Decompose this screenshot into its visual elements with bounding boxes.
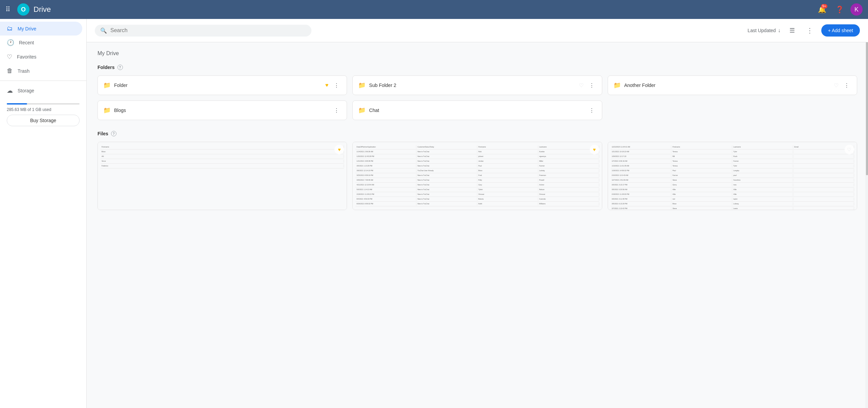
file-card-1[interactable]: Firstname Brian Alli Vince Federico ♥ — [97, 142, 347, 210]
grid-menu-icon[interactable]: ⠿ — [5, 5, 10, 14]
files-label: Files — [97, 131, 108, 136]
storage-icon: ☁ — [7, 87, 13, 94]
folders-grid: 📁 Folder ♥ ⋮ 📁 Sub Folder 2 ♡ ⋮ 📁 Anothe… — [97, 75, 857, 120]
heart-filled-icon: ♥ — [338, 147, 341, 152]
help-button[interactable]: ❓ — [833, 3, 846, 16]
my-drive-icon: 🗂 — [7, 25, 13, 32]
sidebar-item-recent[interactable]: 🕐 Recent — [0, 36, 82, 50]
folder-icon: 📁 — [613, 82, 621, 89]
sidebar-item-trash[interactable]: 🗑 Trash — [0, 64, 82, 78]
folder-name: Chat — [369, 108, 583, 113]
sidebar-item-my-drive[interactable]: 🗂 My Drive — [0, 22, 82, 36]
file-table-3: 12/22/2020 11:04:01 AM Firstname Lastnam… — [608, 142, 857, 210]
heart-filled-icon: ♥ — [593, 147, 596, 152]
folder-more-button[interactable]: ⋮ — [842, 81, 851, 90]
sidebar-item-label-trash: Trash — [18, 68, 29, 74]
storage-section: 285.63 MB of 1 GB used Buy Storage — [0, 98, 86, 132]
folders-label: Folders — [97, 65, 115, 70]
file-preview-3: 12/22/2020 11:04:01 AM Firstname Lastnam… — [608, 142, 857, 210]
folder-more-button[interactable]: ⋮ — [587, 81, 596, 90]
file-preview-2: DataOfPartnerApplication CustomerStatusT… — [353, 142, 602, 210]
app-title: Drive — [34, 5, 51, 14]
file-preview-1: Firstname Brian Alli Vince Federico ♥ — [98, 142, 347, 210]
folder-name: Sub Folder 2 — [369, 83, 575, 88]
notification-count: 9+ — [821, 4, 827, 8]
files-help-icon[interactable]: ? — [111, 131, 116, 136]
storage-bar-fill — [7, 103, 27, 105]
folder-more-button[interactable]: ⋮ — [332, 81, 341, 90]
app-layout: 🗂 My Drive 🕐 Recent ♡ Favorites 🗑 Trash … — [0, 19, 868, 408]
storage-bar-background — [7, 103, 80, 105]
buy-storage-button[interactable]: Buy Storage — [7, 115, 80, 126]
folder-more-button[interactable]: ⋮ — [332, 106, 341, 115]
main-content: 🔍 Last Updated ↓ ☰ ⋮ + Add sheet My Driv… — [87, 19, 868, 408]
folder-more-button[interactable]: ⋮ — [587, 106, 596, 115]
folder-card-sub-folder-2[interactable]: 📁 Sub Folder 2 ♡ ⋮ — [352, 75, 602, 95]
notification-button[interactable]: 🔔 9+ — [815, 3, 829, 16]
favorites-icon: ♡ — [7, 53, 12, 61]
folder-card-chat[interactable]: 📁 Chat ⋮ — [352, 100, 602, 120]
trash-icon: 🗑 — [7, 67, 13, 74]
view-toggle-button[interactable]: ☰ — [786, 24, 798, 37]
more-dots-icon: ⋮ — [806, 26, 813, 35]
folder-card-another-folder[interactable]: 📁 Another Folder ♡ ⋮ — [608, 75, 857, 95]
file-card-3[interactable]: 12/22/2020 11:04:01 AM Firstname Lastnam… — [608, 142, 857, 210]
toolbar: 🔍 Last Updated ↓ ☰ ⋮ + Add sheet — [87, 19, 868, 42]
file-favorite-button-3[interactable]: ♡ — [845, 145, 854, 154]
folder-favorite-button[interactable]: ♡ — [579, 82, 584, 89]
heart-empty-icon: ♡ — [847, 147, 851, 152]
search-icon: 🔍 — [100, 27, 107, 34]
sidebar-divider — [0, 81, 86, 81]
file-card-2[interactable]: DataOfPartnerApplication CustomerStatusT… — [352, 142, 602, 210]
folder-icon: 📁 — [358, 107, 366, 114]
folder-favorite-button[interactable]: ♡ — [834, 82, 839, 89]
sort-selector[interactable]: Last Updated ↓ — [747, 27, 780, 33]
navbar: ⠿ O Drive 🔔 9+ ❓ K — [0, 0, 868, 19]
files-grid: Firstname Brian Alli Vince Federico ♥ — [97, 142, 857, 210]
folder-icon: 📁 — [358, 82, 366, 89]
folder-name: Blogs — [114, 108, 328, 113]
files-section-header: Files ? — [97, 131, 857, 136]
folder-name: Folder — [114, 83, 322, 88]
file-table-2: DataOfPartnerApplication CustomerStatusT… — [353, 142, 602, 209]
recent-icon: 🕐 — [7, 39, 14, 46]
more-options-button[interactable]: ⋮ — [804, 24, 816, 37]
avatar[interactable]: K — [850, 3, 863, 16]
file-favorite-button-2[interactable]: ♥ — [590, 145, 599, 154]
folder-icon: 📁 — [103, 82, 111, 89]
sidebar-item-storage[interactable]: ☁ Storage — [0, 84, 82, 98]
folder-card-folder[interactable]: 📁 Folder ♥ ⋮ — [97, 75, 347, 95]
app-logo: O — [17, 3, 29, 16]
storage-used-label: 285.63 MB of 1 GB used — [7, 107, 80, 112]
folders-section-header: Folders ? — [97, 65, 857, 70]
scrollbar[interactable] — [865, 19, 868, 408]
folder-favorite-button[interactable]: ♥ — [325, 82, 329, 88]
sidebar-item-label-recent: Recent — [19, 40, 34, 45]
scrollbar-thumb — [866, 20, 868, 175]
folders-help-icon[interactable]: ? — [117, 65, 123, 70]
folder-name: Another Folder — [624, 83, 830, 88]
file-table-1: Firstname Brian Alli Vince Federico — [98, 142, 347, 171]
list-view-icon: ☰ — [789, 27, 795, 34]
search-input[interactable] — [110, 27, 306, 33]
folder-icon: 📁 — [103, 107, 111, 114]
sidebar-item-favorites[interactable]: ♡ Favorites — [0, 50, 82, 64]
add-sheet-button[interactable]: + Add sheet — [821, 24, 860, 37]
search-box[interactable]: 🔍 — [95, 25, 311, 37]
sidebar-item-label-storage: Storage — [18, 88, 34, 93]
folder-card-blogs[interactable]: 📁 Blogs ⋮ — [97, 100, 347, 120]
sidebar: 🗂 My Drive 🕐 Recent ♡ Favorites 🗑 Trash … — [0, 19, 87, 408]
sidebar-item-label-favorites: Favorites — [17, 54, 37, 60]
page-area: My Drive Folders ? 📁 Folder ♥ ⋮ 📁 Sub Fo… — [87, 42, 868, 218]
sort-arrow-icon: ↓ — [778, 27, 781, 33]
breadcrumb: My Drive — [97, 50, 857, 56]
sidebar-item-label-my-drive: My Drive — [18, 26, 36, 31]
sort-label: Last Updated — [747, 28, 776, 33]
